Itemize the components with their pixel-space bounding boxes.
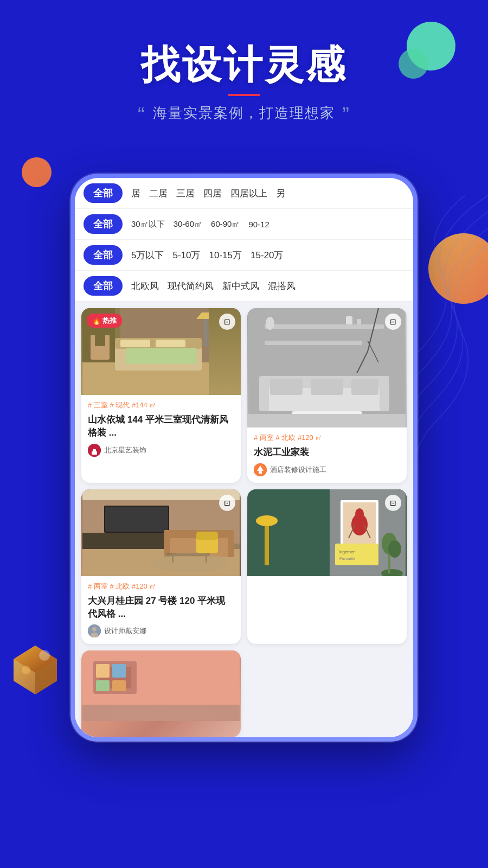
card-green-image: Together Favourite ⊡ <box>247 489 407 576</box>
card-gray-author: 酒店装修设计施工 <box>254 463 400 476</box>
svg-point-64 <box>153 553 229 572</box>
svg-rect-14 <box>126 348 196 364</box>
filter-style-mix[interactable]: 混搭风 <box>268 280 296 292</box>
svg-rect-36 <box>380 376 389 411</box>
filter-area-all[interactable]: 全部 <box>84 214 123 234</box>
svg-rect-18 <box>91 335 95 349</box>
svg-rect-38 <box>311 379 343 395</box>
phone-outer: 全部 居 二居 三居 四居 四居以上 另 全部 30㎡以下 30-60㎡ 60-… <box>70 174 418 742</box>
svg-rect-89 <box>112 664 126 678</box>
filter-rooms-4[interactable]: 四居 <box>203 187 222 200</box>
card-bedroom-author-name: 北京星艺装饰 <box>104 445 146 455</box>
card-bedroom-author: 北京星艺装饰 <box>88 444 234 457</box>
filter-area-30-60[interactable]: 30-60㎡ <box>174 219 202 229</box>
filter-budget-5-10[interactable]: 5-10万 <box>172 249 200 261</box>
save-icon-card2[interactable]: ⊡ <box>385 314 401 330</box>
svg-rect-26 <box>265 341 362 345</box>
svg-point-84 <box>388 540 401 558</box>
hot-fire-icon: 🔥 <box>92 317 101 325</box>
svg-rect-60 <box>196 532 218 540</box>
cards-section: 🔥 热推 ⊡ # 三室 # 现代 #144 ㎡ 山水依城 144 平米三室现代清… <box>75 302 413 737</box>
svg-rect-19 <box>105 335 110 349</box>
filter-style-modern[interactable]: 现代简约风 <box>168 280 214 292</box>
card-gray-image: ⊡ <box>247 308 407 427</box>
save-icon-card1[interactable]: ⊡ <box>219 314 235 330</box>
card-modern-living[interactable]: ⊡ # 两室 # 北欧 #120 ㎡ 大兴月桂庄园 27 号楼 120 平米现代… <box>81 489 241 644</box>
svg-rect-58 <box>228 530 234 557</box>
filter-style-chinese[interactable]: 新中式风 <box>222 280 259 292</box>
svg-rect-28 <box>357 319 361 324</box>
filter-area-30[interactable]: 30㎡以下 <box>131 219 165 229</box>
save-icon-card3[interactable]: ⊡ <box>219 495 235 511</box>
filter-budget-all[interactable]: 全部 <box>84 245 123 265</box>
filter-area-60-90[interactable]: 60-90㎡ <box>211 219 240 229</box>
card-kids-image <box>81 650 241 737</box>
filter-rooms-3[interactable]: 三居 <box>176 187 195 200</box>
card-kids-room[interactable] <box>81 650 241 737</box>
svg-rect-23 <box>93 448 95 449</box>
card-gray-living[interactable]: ⊡ # 两室 # 北欧 #120 ㎡ 水泥工业家装 <box>247 308 407 483</box>
card-bedroom-tags: # 三室 # 现代 #144 ㎡ <box>88 400 234 410</box>
author-avatar-company1 <box>88 444 101 457</box>
header: 找设计灵感 “ 海量实景案例，打造理想家 ” <box>0 0 488 149</box>
svg-rect-45 <box>259 471 262 474</box>
svg-rect-90 <box>96 680 110 691</box>
svg-point-71 <box>256 515 278 526</box>
card-gray-tags: # 两室 # 北欧 #120 ㎡ <box>254 433 400 443</box>
filter-style-nordic[interactable]: 北欧风 <box>131 280 159 292</box>
svg-rect-53 <box>105 507 168 532</box>
card-gray-author-name: 酒店装修设计施工 <box>270 465 326 475</box>
filter-style-all[interactable]: 全部 <box>84 276 123 296</box>
bg-circle-orange <box>22 157 52 187</box>
deco-3d-shape <box>5 640 65 700</box>
svg-rect-15 <box>204 319 207 346</box>
svg-rect-27 <box>346 316 352 324</box>
filter-row-area: 全部 30㎡以下 30-60㎡ 60-90㎡ 90-12 <box>75 209 413 240</box>
svg-rect-91 <box>112 680 126 691</box>
svg-rect-78 <box>335 544 378 565</box>
card-green-wall[interactable]: Together Favourite ⊡ <box>247 489 407 644</box>
author-avatar-company2 <box>254 463 267 476</box>
subtitle: “ 海量实景案例，打造理想家 ” <box>0 104 488 127</box>
filter-rooms-1[interactable]: 居 <box>131 187 140 200</box>
svg-point-29 <box>266 317 274 330</box>
card-modern-image: ⊡ <box>81 489 241 576</box>
card-modern-body: # 两室 # 北欧 #120 ㎡ 大兴月桂庄园 27 号楼 120 平米现代风格… <box>81 576 241 644</box>
author-avatar-person <box>88 624 101 637</box>
filter-budget-5[interactable]: 5万以下 <box>131 249 164 261</box>
svg-rect-42 <box>248 414 406 427</box>
card-bedroom[interactable]: 🔥 热推 ⊡ # 三室 # 现代 #144 ㎡ 山水依城 144 平米三室现代清… <box>81 308 241 483</box>
filter-rooms-2[interactable]: 二居 <box>149 187 168 200</box>
filter-row-style: 全部 北欧风 现代简约风 新中式风 混搭风 <box>75 271 413 302</box>
svg-text:Favourite: Favourite <box>339 557 355 560</box>
quote-left: “ <box>138 104 146 126</box>
svg-rect-57 <box>164 530 170 557</box>
hot-badge-label: 热推 <box>102 316 117 326</box>
filter-budget-10-15[interactable]: 10-15万 <box>209 249 242 261</box>
card-modern-title: 大兴月桂庄园 27 号楼 120 平米现代风格 ... <box>88 595 234 621</box>
svg-rect-68 <box>248 489 330 576</box>
save-icon-card4[interactable]: ⊡ <box>385 495 401 511</box>
svg-point-3 <box>39 650 50 661</box>
svg-point-75 <box>355 508 364 519</box>
filter-rooms-more[interactable]: 另 <box>276 187 285 200</box>
card-gray-body: # 两室 # 北欧 #120 ㎡ 水泥工业家装 酒店装修设计施工 <box>247 427 407 483</box>
card-modern-tags: # 两室 # 北欧 #120 ㎡ <box>88 582 234 591</box>
card-gray-title: 水泥工业家装 <box>254 446 400 459</box>
filter-rooms-all[interactable]: 全部 <box>84 183 123 203</box>
filter-budget-15-20[interactable]: 15-20万 <box>251 249 283 261</box>
filter-area-90[interactable]: 90-12 <box>248 220 269 229</box>
svg-text:Together: Together <box>338 550 355 554</box>
quote-right: ” <box>342 104 350 126</box>
card-bedroom-image: 🔥 热推 ⊡ <box>81 308 241 395</box>
svg-rect-70 <box>265 522 269 565</box>
svg-rect-25 <box>265 324 384 329</box>
filter-rooms-4plus[interactable]: 四居以上 <box>230 187 267 200</box>
svg-point-66 <box>92 627 97 631</box>
subtitle-text: 海量实景案例，打造理想家 <box>153 105 335 121</box>
filter-row-rooms: 全部 居 二居 三居 四居 四居以上 另 <box>75 178 413 209</box>
svg-point-93 <box>107 708 215 721</box>
hot-badge: 🔥 热推 <box>87 314 122 328</box>
card-bedroom-body: # 三室 # 现代 #144 ㎡ 山水依城 144 平米三室现代清新风格装 ..… <box>81 395 241 463</box>
svg-rect-35 <box>259 376 269 411</box>
